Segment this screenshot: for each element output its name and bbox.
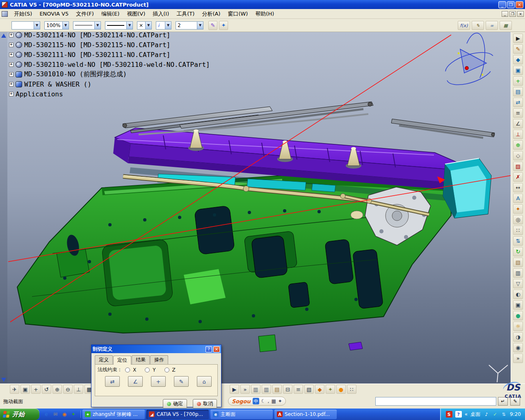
menu-window[interactable]: 窗口(W): [224, 9, 251, 18]
keyboard-icon[interactable]: ▦: [271, 398, 276, 404]
menu-enovia[interactable]: ENOVIA V5: [36, 10, 72, 18]
zoom-combo[interactable]: 100%▼: [44, 21, 69, 30]
power-input-field[interactable]: [375, 397, 496, 406]
normal-view-icon[interactable]: ⊥: [74, 385, 83, 394]
rotate-icon[interactable]: ↺: [42, 385, 51, 394]
menu-analyze[interactable]: 分析(A): [198, 9, 224, 18]
update-icon[interactable]: ↻: [513, 247, 523, 256]
pan-icon[interactable]: +: [31, 385, 41, 394]
tray-chevron-icon[interactable]: «: [465, 411, 468, 417]
replace-component-icon[interactable]: ⇄: [513, 98, 523, 107]
print-icon[interactable]: ⊟: [283, 385, 292, 394]
scan-icon[interactable]: ◐: [513, 290, 523, 299]
wrench-icon[interactable]: ✦: [278, 398, 282, 404]
chevrons-icon[interactable]: »: [240, 385, 250, 394]
play-arrow-icon[interactable]: ▶: [230, 385, 239, 394]
tree-node[interactable]: WIPER & WASHER (): [9, 80, 91, 89]
security-icon[interactable]: ✓: [492, 411, 498, 418]
task-messenger[interactable]: ✦ zhangshf 张树峰 ...: [82, 410, 145, 419]
clash-icon[interactable]: ✗: [513, 172, 523, 182]
tab-result[interactable]: 结果: [132, 355, 150, 364]
line-weight-combo[interactable]: ▼: [105, 21, 133, 30]
expand-icon[interactable]: [9, 52, 14, 57]
tree-node[interactable]: MD-5302111-NO [MD-5302111-NO.CATPart]: [9, 50, 170, 59]
expand-icon[interactable]: [9, 92, 14, 96]
start-button[interactable]: 开始: [0, 409, 39, 420]
product-icon[interactable]: ▣: [513, 66, 523, 75]
ruler-icon[interactable]: ≡: [294, 385, 303, 394]
sogou-ime-bar[interactable]: Sogou 中 ☾,▦✦: [228, 397, 286, 406]
fit-all-icon[interactable]: ▣: [21, 385, 30, 394]
network-icon[interactable]: ⇅: [500, 411, 507, 418]
graph-tree-icon[interactable]: ≡: [513, 108, 523, 118]
annotation-icon[interactable]: A: [513, 194, 523, 203]
tab-positioning[interactable]: 定位: [113, 356, 131, 365]
zoom-out-icon[interactable]: ⊖: [63, 385, 73, 394]
line-type-combo[interactable]: ▼: [73, 21, 101, 30]
part-icon[interactable]: ◆: [513, 55, 523, 64]
ok-button[interactable]: 确定: [163, 399, 187, 409]
rotate-plane-button[interactable]: ∠: [128, 376, 143, 387]
radio-z[interactable]: [164, 368, 169, 372]
menu-edit[interactable]: 编辑(E): [98, 9, 123, 18]
knowledge-icon[interactable]: ✎: [472, 21, 484, 30]
magnifier-icon[interactable]: ◉: [513, 343, 523, 352]
volume-icon[interactable]: ♪: [483, 411, 490, 418]
edit-position-button[interactable]: ✎: [174, 376, 189, 387]
camera-icon[interactable]: ▣: [513, 300, 523, 310]
menu-insert[interactable]: 插入(I): [149, 9, 173, 18]
wizard-icon[interactable]: ✦: [219, 21, 228, 30]
filter-icon[interactable]: ▽: [513, 279, 523, 288]
mail-icon[interactable]: ✉: [52, 411, 59, 418]
mdi-close-button[interactable]: ×: [517, 11, 524, 17]
render-icon[interactable]: ●: [513, 311, 523, 320]
expand-icon[interactable]: [9, 72, 14, 77]
symmetry-icon[interactable]: ⇅: [513, 236, 523, 246]
dialog-title-bar[interactable]: 剖切定义 ? ×: [91, 345, 221, 353]
restore-button[interactable]: ❐: [507, 1, 515, 8]
zoom-in-icon[interactable]: ⊕: [52, 385, 62, 394]
fix-constraint-icon[interactable]: ⊥: [513, 130, 523, 139]
weld-feature-icon[interactable]: ✦: [513, 204, 523, 214]
moon-icon[interactable]: ☾: [261, 398, 266, 404]
tree-node[interactable]: MD-5301010-NO (前围焊接总成): [9, 70, 127, 79]
sphere-icon[interactable]: ●: [336, 385, 346, 394]
help-tray-icon[interactable]: ?: [455, 411, 462, 418]
translate-plane-button[interactable]: +: [151, 376, 166, 387]
design-table-icon[interactable]: ▦: [500, 21, 512, 30]
painter-icon[interactable]: ✎: [208, 21, 217, 30]
distance-icon[interactable]: ↔: [513, 183, 523, 192]
mdi-minimize-button[interactable]: _: [502, 11, 508, 17]
info-combo[interactable]: i▼: [156, 21, 171, 30]
constraint-icon[interactable]: ∠: [513, 119, 523, 128]
dialog-help-button[interactable]: ?: [205, 346, 212, 352]
3d-viewport[interactable]: MD-5302114-NO [MD-5302114-NO.CATPart] MD…: [7, 32, 511, 383]
lighting-icon[interactable]: ☼: [513, 322, 523, 331]
radio-x[interactable]: [125, 368, 130, 372]
menu-tools[interactable]: 工具(T): [173, 9, 198, 18]
tree-scroll-strip[interactable]: [0, 32, 7, 383]
name-combo[interactable]: ▼: [11, 21, 40, 30]
select-arrow-icon[interactable]: ▶: [513, 34, 523, 43]
cancel-button[interactable]: 取消: [193, 399, 217, 409]
catalog-icon[interactable]: ▧: [304, 385, 314, 394]
expand-icon[interactable]: [9, 62, 14, 67]
copy-view-icon[interactable]: ▥: [251, 385, 260, 394]
tab-definition[interactable]: 定义: [95, 355, 113, 364]
minimize-button[interactable]: _: [498, 1, 506, 8]
tree-node[interactable]: Applications: [9, 89, 63, 98]
tab-behavior[interactable]: 操作: [150, 355, 168, 364]
task-catia[interactable]: ◢ CATIA V5 - [700p...: [146, 410, 209, 419]
messenger-icon[interactable]: ✦: [70, 411, 77, 418]
section-view-icon[interactable]: ▨: [513, 162, 523, 171]
tools-icon[interactable]: ✦: [326, 385, 335, 394]
expand-icon[interactable]: [9, 33, 14, 37]
scroll-up-icon[interactable]: [1, 34, 6, 38]
ie-icon[interactable]: e: [43, 411, 50, 418]
new-sheet-icon[interactable]: ▤: [272, 385, 282, 394]
layers-icon[interactable]: ▥: [513, 268, 523, 278]
pattern-icon[interactable]: ∷: [513, 226, 523, 235]
mdi-restore-button[interactable]: ❐: [509, 11, 516, 17]
depth-effect-icon[interactable]: ◑: [513, 332, 523, 342]
expand-icon[interactable]: [9, 43, 14, 47]
